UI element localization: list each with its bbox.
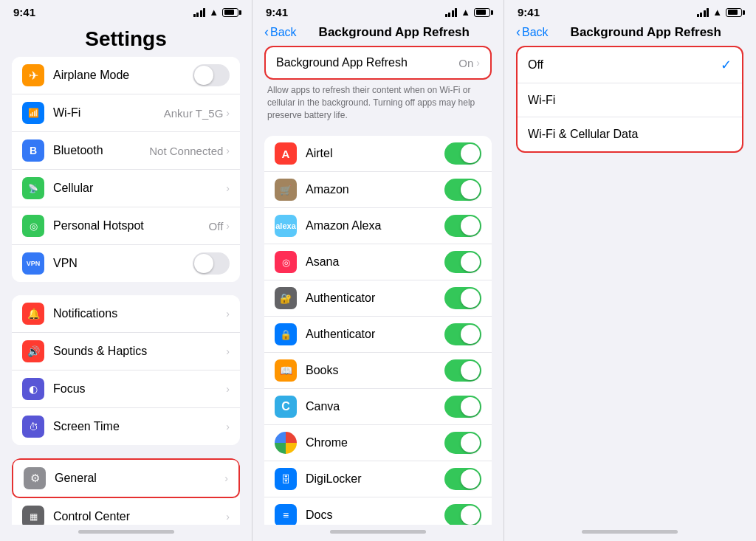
alexa-toggle[interactable] bbox=[444, 215, 481, 237]
settings-row-controlcenter[interactable]: ▦ Control Center › bbox=[12, 498, 240, 525]
back-label-3: Back bbox=[522, 26, 549, 39]
option-row-wifi[interactable]: Wi-Fi bbox=[518, 83, 742, 117]
docs-toggle[interactable] bbox=[444, 504, 481, 525]
status-bar-1: 9:41 ▲ bbox=[0, 0, 252, 21]
settings-row-sounds[interactable]: 🔊 Sounds & Haptics › bbox=[12, 333, 240, 371]
settings-row-general[interactable]: ⚙ General › bbox=[12, 458, 240, 498]
bluetooth-value: Not Connected bbox=[149, 145, 223, 157]
battery-icon-3 bbox=[726, 8, 742, 17]
back-button-2[interactable]: ‹ Back bbox=[264, 24, 297, 40]
asana-icon: ◎ bbox=[275, 251, 297, 273]
airplane-toggle[interactable] bbox=[193, 64, 230, 86]
canva-toggle[interactable] bbox=[444, 396, 481, 418]
app-row-books[interactable]: 📖 Books bbox=[264, 353, 492, 389]
authenticator1-toggle[interactable] bbox=[444, 287, 481, 309]
panel3-content[interactable]: Off ✓ Wi-Fi Wi-Fi & Cellular Data bbox=[504, 46, 755, 525]
time-1: 9:41 bbox=[13, 6, 35, 18]
airtel-name: Airtel bbox=[306, 147, 444, 160]
amazon-toggle[interactable] bbox=[444, 179, 481, 201]
sounds-icon: 🔊 bbox=[22, 340, 44, 362]
settings-group-notifications: 🔔 Notifications › 🔊 Sounds & Haptics › ◐… bbox=[12, 295, 240, 445]
bar-header-value: On bbox=[458, 57, 473, 69]
cellular-label: Cellular bbox=[53, 182, 226, 195]
options-group: Off ✓ Wi-Fi Wi-Fi & Cellular Data bbox=[516, 46, 743, 153]
app-row-amazon[interactable]: 🛒 Amazon bbox=[264, 172, 492, 208]
asana-toggle[interactable] bbox=[444, 251, 481, 273]
general-label: General bbox=[55, 472, 224, 485]
wifi-icon-3: ▲ bbox=[712, 7, 722, 18]
back-chevron-2: ‹ bbox=[264, 24, 269, 40]
settings-row-screentime[interactable]: ⏱ Screen Time › bbox=[12, 408, 240, 445]
battery-icon-2 bbox=[474, 8, 490, 17]
option-cellular-label: Wi-Fi & Cellular Data bbox=[528, 128, 732, 141]
airplane-icon: ✈ bbox=[22, 64, 44, 86]
app-row-asana[interactable]: ◎ Asana bbox=[264, 244, 492, 280]
focus-chevron: › bbox=[226, 383, 230, 395]
notifications-chevron: › bbox=[226, 308, 230, 320]
panel2-content[interactable]: Background App Refresh On › Allow apps t… bbox=[252, 46, 504, 525]
docs-name: Docs bbox=[306, 509, 444, 522]
app-row-authenticator2[interactable]: 🔒 Authenticator bbox=[264, 317, 492, 353]
books-toggle[interactable] bbox=[444, 359, 481, 382]
chrome-name: Chrome bbox=[306, 436, 444, 449]
option-row-cellular[interactable]: Wi-Fi & Cellular Data bbox=[518, 117, 742, 151]
status-icons-1: ▲ bbox=[193, 7, 238, 18]
bar-description: Allow apps to refresh their content when… bbox=[264, 84, 492, 128]
sounds-label: Sounds & Haptics bbox=[53, 345, 226, 358]
home-bar-1 bbox=[78, 530, 174, 534]
amazon-icon: 🛒 bbox=[275, 179, 297, 201]
back-label-2: Back bbox=[270, 26, 297, 39]
bluetooth-chevron: › bbox=[226, 145, 230, 156]
home-bar-2 bbox=[330, 530, 426, 534]
settings-row-notifications[interactable]: 🔔 Notifications › bbox=[12, 295, 240, 333]
bar-header-row[interactable]: Background App Refresh On › bbox=[266, 47, 490, 78]
home-indicator-1 bbox=[0, 525, 252, 541]
panel-bar-list: 9:41 ▲ ‹ Back Background App Refresh Bac… bbox=[252, 0, 504, 541]
settings-row-vpn[interactable]: VPN VPN bbox=[12, 245, 240, 282]
settings-row-wifi[interactable]: 📶 Wi-Fi Ankur T_5G › bbox=[12, 94, 240, 132]
settings-row-hotspot[interactable]: ◎ Personal Hotspot Off › bbox=[12, 207, 240, 245]
sounds-chevron: › bbox=[226, 345, 230, 357]
app-row-canva[interactable]: C Canva bbox=[264, 389, 492, 425]
app-list-group: A Airtel 🛒 Amazon alexa Amazon Alexa ◎ A… bbox=[264, 136, 492, 525]
option-row-off[interactable]: Off ✓ bbox=[518, 47, 742, 83]
hotspot-chevron: › bbox=[226, 220, 230, 232]
hotspot-value: Off bbox=[209, 220, 224, 232]
app-row-digilocker[interactable]: 🗄 DigiLocker bbox=[264, 461, 492, 497]
books-name: Books bbox=[306, 364, 444, 377]
focus-icon: ◐ bbox=[22, 378, 44, 400]
app-row-alexa[interactable]: alexa Amazon Alexa bbox=[264, 208, 492, 244]
settings-row-focus[interactable]: ◐ Focus › bbox=[12, 371, 240, 408]
authenticator2-toggle[interactable] bbox=[444, 323, 481, 345]
alexa-name: Amazon Alexa bbox=[306, 219, 444, 232]
authenticator2-name: Authenticator bbox=[306, 328, 444, 341]
bar-header-group: Background App Refresh On › bbox=[264, 46, 492, 80]
settings-content[interactable]: ✈ Airplane Mode 📶 Wi-Fi Ankur T_5G › B B… bbox=[0, 57, 252, 525]
wifi-settings-icon: 📶 bbox=[22, 102, 44, 124]
back-button-3[interactable]: ‹ Back bbox=[516, 24, 549, 40]
app-row-chrome[interactable]: Chrome bbox=[264, 425, 492, 461]
time-3: 9:41 bbox=[518, 6, 540, 18]
alexa-icon: alexa bbox=[275, 215, 297, 237]
app-row-airtel[interactable]: A Airtel bbox=[264, 136, 492, 172]
nav-title-2: Background App Refresh bbox=[297, 25, 492, 40]
signal-icon-3 bbox=[697, 8, 709, 17]
digilocker-icon: 🗄 bbox=[275, 468, 297, 490]
controlcenter-icon: ▦ bbox=[22, 506, 44, 525]
chrome-icon bbox=[275, 432, 297, 454]
settings-row-cellular[interactable]: 📡 Cellular › bbox=[12, 170, 240, 207]
home-bar-3 bbox=[582, 530, 678, 534]
settings-row-airplane[interactable]: ✈ Airplane Mode bbox=[12, 57, 240, 94]
signal-icon-2 bbox=[445, 8, 458, 17]
option-off-label: Off bbox=[528, 58, 721, 72]
chrome-toggle[interactable] bbox=[444, 432, 481, 454]
airtel-toggle[interactable] bbox=[444, 142, 481, 165]
cellular-icon: 📡 bbox=[22, 177, 44, 199]
digilocker-toggle[interactable] bbox=[444, 468, 481, 490]
settings-row-bluetooth[interactable]: B Bluetooth Not Connected › bbox=[12, 132, 240, 170]
notifications-icon: 🔔 bbox=[22, 303, 44, 325]
app-row-docs[interactable]: ≡ Docs bbox=[264, 497, 492, 525]
home-indicator-2 bbox=[252, 525, 504, 541]
app-row-authenticator1[interactable]: 🔐 Authenticator bbox=[264, 280, 492, 317]
vpn-toggle[interactable] bbox=[193, 252, 230, 275]
